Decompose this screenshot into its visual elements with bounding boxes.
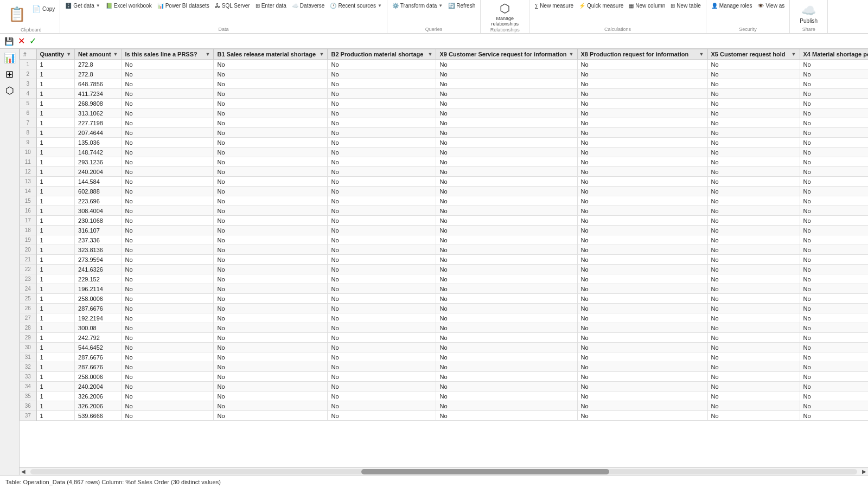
excel-button[interactable]: 📗 Excel workbook	[104, 2, 154, 9]
dataverse-button[interactable]: ☁️ Dataverse	[290, 2, 327, 9]
save-icon[interactable]: 💾	[4, 37, 14, 46]
model-view-icon[interactable]: ⬡	[5, 85, 14, 97]
report-view-icon[interactable]: 📊	[4, 52, 16, 64]
x9-cell: No	[436, 265, 577, 274]
col-header-quantity[interactable]: Quantity ▼	[36, 49, 75, 60]
col-header-x9[interactable]: X9 Customer Service request for informat…	[436, 49, 577, 60]
table-row[interactable]: 6 1 313.1062 No No No No No No No No	[20, 108, 869, 118]
table-row[interactable]: 13 1 144.584 No No No No No No No No	[20, 177, 869, 187]
manage-relationships-button[interactable]: ⬡ Managerelationships	[489, 2, 521, 26]
col-header-x5[interactable]: X5 Customer request hold ▼	[707, 49, 800, 60]
powerbi-icon: 📊	[157, 3, 164, 9]
quantity-cell: 1	[36, 401, 75, 411]
confirm-button[interactable]: ✓	[29, 36, 36, 46]
table-row[interactable]: 29 1 242.792 No No No No No No No No	[20, 333, 869, 343]
table-row[interactable]: 17 1 230.1068 No No No No No No No No	[20, 216, 869, 226]
table-row[interactable]: 18 1 316.107 No No No No No No No No	[20, 226, 869, 235]
publish-button[interactable]: ☁️ Publish	[797, 2, 820, 25]
refresh-button[interactable]: 🔄 Refresh	[446, 2, 477, 9]
transform-button[interactable]: ⚙️ Transform data ▼	[391, 2, 444, 9]
table-row[interactable]: 30 1 544.6452 No No No No No No No No	[20, 343, 869, 352]
x8-cell: No	[577, 323, 707, 333]
x5-filter-icon[interactable]: ▼	[792, 52, 796, 57]
table-row[interactable]: 20 1 323.8136 No No No No No No No No	[20, 245, 869, 255]
table-row[interactable]: 15 1 223.696 No No No No No No No No	[20, 196, 869, 206]
sql-button[interactable]: 🖧 SQL Server	[213, 2, 252, 9]
col-header-prss[interactable]: Is this sales line a PRSS? ▼	[122, 49, 214, 60]
scroll-right-arrow[interactable]: ▶	[860, 468, 868, 474]
table-row[interactable]: 11 1 293.1236 No No No No No No No No	[20, 157, 869, 167]
scrollbar-track[interactable]	[30, 469, 857, 474]
col-header-x4[interactable]: X4 Material shortage post ▼	[800, 49, 868, 60]
table-row[interactable]: 10 1 148.7442 No No No No No No No No	[20, 147, 869, 157]
table-row[interactable]: 8 1 207.4644 No No No No No No No No	[20, 128, 869, 138]
table-row[interactable]: 5 1 268.9808 No No No No No No No No	[20, 99, 869, 108]
table-row[interactable]: 7 1 227.7198 No No No No No No No No	[20, 118, 869, 128]
get-data-button[interactable]: 🗄️ Get data ▼	[63, 2, 101, 9]
table-row[interactable]: 37 1 539.6666 No No No No No No No No	[20, 411, 869, 421]
new-table-button[interactable]: ⊞ New table	[669, 2, 702, 9]
quick-measure-button[interactable]: ⚡ Quick measure	[577, 2, 625, 9]
table-row[interactable]: 27 1 192.2194 No No No No No No No No	[20, 313, 869, 323]
col-header-x8[interactable]: X8 Production request for information ▼	[577, 49, 707, 60]
quantity-cell: 1	[36, 118, 75, 128]
table-row[interactable]: 14 1 602.888 No No No No No No No No	[20, 187, 869, 196]
new-measure-button[interactable]: ∑ New measure	[533, 2, 575, 9]
quantity-cell: 1	[36, 108, 75, 118]
table-row[interactable]: 35 1 326.2006 No No No No No No No No	[20, 391, 869, 401]
table-row[interactable]: 25 1 258.0006 No No No No No No No No	[20, 294, 869, 304]
table-row[interactable]: 2 1 272.8 No No No No No No No No	[20, 69, 869, 79]
x8-filter-icon[interactable]: ▼	[699, 52, 704, 57]
copy-button[interactable]: 📄 Copy	[30, 4, 56, 14]
table-row[interactable]: 16 1 308.4004 No No No No No No No No	[20, 206, 869, 216]
data-table-container[interactable]: # Quantity ▼ Net amount ▼	[20, 49, 868, 475]
table-row[interactable]: 28 1 300.08 No No No No No No No No	[20, 323, 869, 333]
b2-filter-icon[interactable]: ▼	[428, 52, 433, 57]
cancel-button[interactable]: ✕	[18, 36, 25, 46]
col-header-net-amount[interactable]: Net amount ▼	[75, 49, 122, 60]
table-row[interactable]: 32 1 287.6676 No No No No No No No No	[20, 362, 869, 372]
recent-sources-dropdown-arrow: ▼	[378, 3, 382, 8]
b1-filter-icon[interactable]: ▼	[320, 52, 324, 57]
table-row[interactable]: 19 1 237.336 No No No No No No No No	[20, 235, 869, 245]
table-row[interactable]: 36 1 326.2006 No No No No No No No No	[20, 401, 869, 411]
table-row[interactable]: 33 1 258.0006 No No No No No No No No	[20, 372, 869, 382]
table-row[interactable]: 9 1 135.036 No No No No No No No No	[20, 138, 869, 147]
manage-roles-button[interactable]: 👤 Manage roles	[710, 2, 754, 9]
table-row[interactable]: 12 1 240.2004 No No No No No No No No	[20, 167, 869, 177]
table-row[interactable]: 24 1 196.2114 No No No No No No No No	[20, 284, 869, 294]
x4-cell: No	[800, 69, 868, 79]
table-row[interactable]: 3 1 648.7856 No No No No No No No No	[20, 79, 869, 89]
table-row[interactable]: 34 1 240.2004 No No No No No No No No	[20, 382, 869, 391]
x9-filter-icon[interactable]: ▼	[569, 52, 574, 57]
table-row[interactable]: 4 1 411.7234 No No No No No No No No	[20, 89, 869, 99]
prss-filter-icon[interactable]: ▼	[206, 52, 210, 57]
table-row[interactable]: 21 1 273.9594 No No No No No No No No	[20, 255, 869, 265]
recent-sources-button[interactable]: 🕐 Recent sources ▼	[328, 2, 383, 9]
col-header-b2[interactable]: B2 Production material shortage ▼	[328, 49, 436, 60]
table-row[interactable]: 1 1 272.8 No No No No No No No No	[20, 60, 869, 69]
scrollbar-thumb[interactable]	[361, 469, 609, 474]
enter-data-button[interactable]: ⊞ Enter data	[254, 2, 288, 9]
paste-button[interactable]: 📋	[5, 2, 28, 26]
table-row[interactable]: 31 1 287.6676 No No No No No No No No	[20, 352, 869, 362]
powerbi-button[interactable]: 📊 Power BI datasets	[156, 2, 211, 9]
table-row[interactable]: 22 1 241.6326 No No No No No No No No	[20, 265, 869, 274]
scroll-left-arrow[interactable]: ◀	[20, 468, 27, 474]
horizontal-scrollbar[interactable]: ◀ ▶	[20, 467, 868, 475]
quantity-cell: 1	[36, 138, 75, 147]
x8-cell: No	[577, 128, 707, 138]
table-row[interactable]: 23 1 229.152 No No No No No No No No	[20, 274, 869, 284]
net-amount-cell: 223.696	[75, 196, 122, 206]
prss-cell: No	[122, 255, 214, 265]
col-header-b1[interactable]: B1 Sales release material shortage ▼	[214, 49, 328, 60]
quantity-filter-icon[interactable]: ▼	[66, 52, 71, 57]
view-as-button[interactable]: 👁️ View as	[756, 2, 786, 9]
net-amount-filter-icon[interactable]: ▼	[113, 52, 118, 57]
x9-cell: No	[436, 108, 577, 118]
table-row[interactable]: 26 1 287.6676 No No No No No No No No	[20, 304, 869, 313]
x5-cell: No	[707, 187, 800, 196]
b1-cell: No	[214, 265, 328, 274]
new-column-button[interactable]: ▦ New column	[627, 2, 667, 9]
data-view-icon[interactable]: ⊞	[5, 68, 14, 80]
